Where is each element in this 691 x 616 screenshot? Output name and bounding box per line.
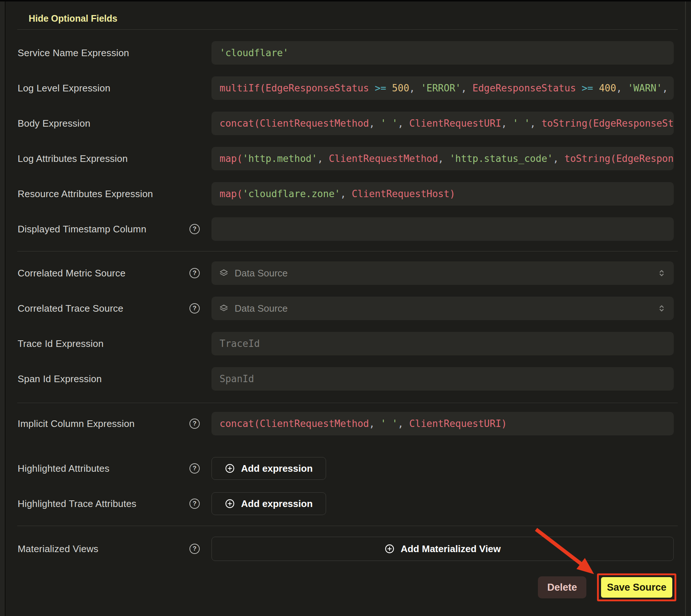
field-label: Correlated Trace Source (18, 297, 123, 320)
log-attributes-expression-input[interactable]: map('http.method', ClientRequestMethod, … (211, 147, 674, 170)
button-label: Add expression (241, 498, 312, 510)
layers-icon (219, 304, 229, 314)
field-label: Displayed Timestamp Column (18, 217, 146, 241)
resource-attributes-expression-input[interactable]: map('cloudflare.zone', ClientRequestHost… (211, 182, 674, 206)
help-icon[interactable]: ? (189, 268, 200, 278)
field-label: Highlighted Attributes (18, 457, 109, 480)
chevron-up-down-icon (657, 304, 666, 313)
save-source-highlight-box: Save Source (597, 573, 676, 601)
button-label: Add Materialized View (401, 543, 501, 555)
delete-button[interactable]: Delete (538, 576, 586, 598)
row-implicit-column-expression: Implicit Column Expression ? concat(Clie… (18, 412, 674, 435)
hide-optional-fields-link[interactable]: Hide Optional Fields (29, 13, 117, 24)
trace-id-expression-input[interactable] (211, 332, 674, 355)
row-resource-attributes-expression: Resource Attributes Expression map('clou… (18, 182, 674, 206)
field-label: Body Expression (18, 112, 90, 135)
question-mark-glyph: ? (193, 545, 196, 552)
row-materialized-views: Materialized Views ? Add Materialized Vi… (18, 537, 674, 561)
row-highlighted-trace-attributes: Highlighted Trace Attributes ? Add expre… (18, 492, 674, 515)
question-mark-glyph: ? (193, 500, 196, 507)
span-id-expression-input[interactable] (211, 367, 674, 391)
question-mark-glyph: ? (193, 225, 196, 233)
row-trace-id-expression: Trace Id Expression (18, 332, 674, 355)
question-mark-glyph: ? (193, 305, 196, 312)
displayed-timestamp-column-input[interactable] (211, 217, 674, 241)
section-divider (17, 526, 678, 526)
select-placeholder: Data Source (235, 303, 657, 314)
field-label: Span Id Expression (18, 367, 102, 391)
plus-circle-icon (225, 463, 235, 474)
help-icon[interactable]: ? (189, 544, 200, 554)
question-mark-glyph: ? (193, 465, 196, 472)
plus-circle-icon (384, 544, 395, 554)
row-log-level-expression: Log Level Expression multiIf(EdgeRespons… (18, 76, 674, 100)
card-right-border (685, 1, 686, 616)
row-log-attributes-expression: Log Attributes Expression map('http.meth… (18, 147, 674, 170)
section-divider (17, 403, 678, 403)
help-icon[interactable]: ? (189, 303, 200, 314)
field-label: Materialized Views (18, 537, 98, 561)
field-label: Highlighted Trace Attributes (18, 492, 137, 515)
top-window-edge (0, 0, 691, 1)
add-expression-button[interactable]: Add expression (211, 492, 326, 515)
question-mark-glyph: ? (193, 420, 196, 427)
section-divider (17, 251, 678, 251)
help-icon[interactable]: ? (189, 463, 200, 474)
section-divider (17, 29, 678, 30)
log-level-expression-input[interactable]: multiIf(EdgeResponseStatus >= 500, 'ERRO… (211, 76, 674, 100)
service-name-expression-input[interactable]: 'cloudflare' (211, 41, 674, 65)
select-placeholder: Data Source (235, 268, 657, 279)
card-left-border (5, 1, 6, 616)
row-service-name-expression: Service Name Expression 'cloudflare' (18, 41, 674, 65)
field-label: Log Attributes Expression (18, 147, 128, 170)
field-label: Correlated Metric Source (18, 261, 126, 285)
field-label: Implicit Column Expression (18, 412, 135, 435)
row-span-id-expression: Span Id Expression (18, 367, 674, 391)
correlated-metric-source-select[interactable]: Data Source (211, 261, 674, 285)
field-label: Log Level Expression (18, 76, 111, 100)
row-displayed-timestamp-column: Displayed Timestamp Column ? (18, 217, 674, 241)
field-label: Service Name Expression (18, 41, 129, 65)
chevron-up-down-icon (657, 268, 666, 278)
help-icon[interactable]: ? (189, 499, 200, 509)
correlated-trace-source-select[interactable]: Data Source (211, 297, 674, 320)
row-highlighted-attributes: Highlighted Attributes ? Add expression (18, 457, 674, 480)
help-icon[interactable]: ? (189, 224, 200, 234)
help-icon[interactable]: ? (189, 418, 200, 429)
body-expression-input[interactable]: concat(ClientRequestMethod, ' ', ClientR… (211, 112, 674, 135)
row-correlated-trace-source: Correlated Trace Source ? Data Source (18, 297, 674, 320)
plus-circle-icon (225, 499, 235, 509)
add-expression-button[interactable]: Add expression (211, 457, 326, 480)
row-correlated-metric-source: Correlated Metric Source ? Data Source (18, 261, 674, 285)
question-mark-glyph: ? (193, 269, 196, 277)
left-page-margin (0, 1, 5, 616)
add-materialized-view-button[interactable]: Add Materialized View (211, 537, 674, 561)
implicit-column-expression-input[interactable]: concat(ClientRequestMethod, ' ', ClientR… (211, 412, 674, 435)
row-body-expression: Body Expression concat(ClientRequestMeth… (18, 112, 674, 135)
field-label: Trace Id Expression (18, 332, 104, 355)
field-label: Resource Attributes Expression (18, 182, 153, 206)
save-source-button[interactable]: Save Source (601, 577, 672, 598)
button-label: Add expression (241, 463, 312, 474)
layers-icon (219, 268, 229, 278)
source-settings-form: Hide Optional Fields Service Name Expres… (0, 0, 691, 616)
